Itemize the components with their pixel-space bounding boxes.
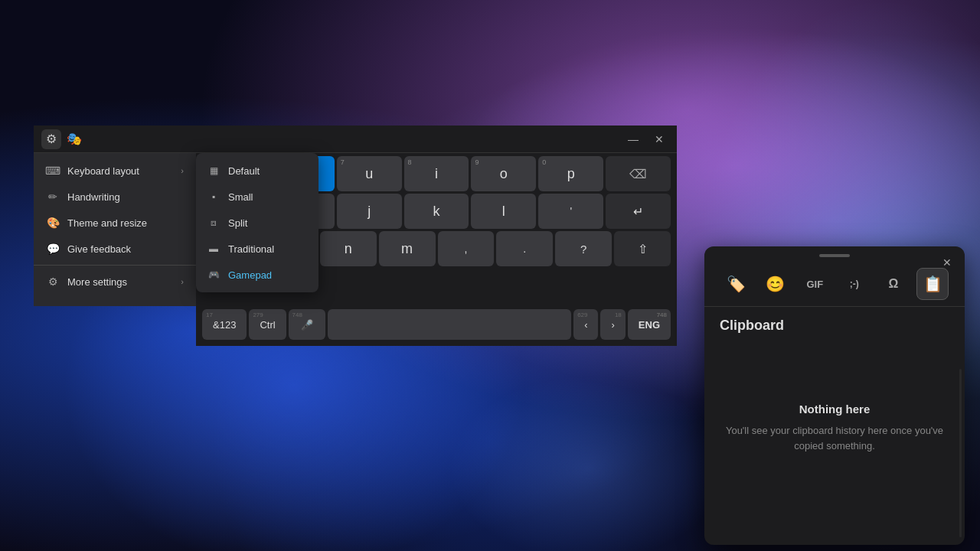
drag-bar — [819, 254, 850, 257]
key-mic[interactable]: 748 🎤 — [289, 309, 325, 340]
clipboard-tool-emoji[interactable]: 😊 — [760, 268, 792, 300]
clipboard-tool-symbols[interactable]: Ω — [877, 268, 910, 300]
key-left-arrow[interactable]: 629 ‹ — [573, 309, 598, 340]
key-enter[interactable]: ↵ — [606, 194, 671, 229]
clipboard-tool-gif[interactable]: GIF — [799, 268, 831, 300]
traditional-icon: ▬ — [207, 242, 220, 256]
key-u[interactable]: 7 u — [337, 156, 402, 191]
small-icon: ▪ — [207, 190, 220, 204]
menu-item-feedback[interactable]: 💬 Give feedback — [34, 236, 196, 262]
default-icon: ▦ — [207, 164, 220, 178]
key-m[interactable]: m — [379, 231, 436, 266]
menu-divider — [34, 265, 196, 266]
theme-label: Theme and resize — [67, 217, 147, 229]
split-icon: ⧈ — [207, 216, 220, 230]
submenu-split[interactable]: ⧈ Split — [196, 210, 318, 236]
gamepad-icon: 🎮 — [207, 268, 220, 282]
clipboard-tool-kaomoji[interactable]: ;-) — [838, 268, 871, 300]
menu-item-keyboard-layout[interactable]: ⌨ Keyboard layout › ▦ Default ▪ Small ⧈ — [34, 158, 196, 184]
key-sym[interactable]: 17 &123 — [202, 309, 247, 340]
key-n[interactable]: n — [320, 231, 377, 266]
submenu-small[interactable]: ▪ Small — [196, 184, 318, 210]
key-l[interactable]: l — [471, 194, 536, 229]
clipboard-close-button[interactable]: ✕ — [939, 254, 956, 271]
clipboard-tool-sticker[interactable]: 🏷️ — [720, 268, 753, 300]
feedback-label: Give feedback — [67, 243, 131, 255]
emoji-icon[interactable]: 🎭 — [64, 129, 84, 149]
menu-item-theme[interactable]: 🎨 Theme and resize — [34, 210, 196, 236]
more-settings-chevron: › — [181, 277, 184, 286]
menu-item-more-settings[interactable]: ⚙ More settings › — [34, 269, 196, 295]
key-j[interactable]: j — [337, 194, 402, 229]
bottom-row: 17 &123 279 Ctrl 748 🎤 629 ‹ 18 › 748 EN… — [196, 306, 677, 346]
submenu-default[interactable]: ▦ Default — [196, 158, 318, 184]
key-question[interactable]: ? — [555, 231, 612, 266]
key-o[interactable]: 9 o — [471, 156, 536, 191]
clipboard-empty-title: Nothing here — [799, 403, 871, 416]
submenu-traditional[interactable]: ▬ Traditional — [196, 236, 318, 262]
key-p[interactable]: 0 p — [538, 156, 603, 191]
clipboard-title: Clipboard — [704, 307, 965, 340]
keyboard-header: ⚙ 🎭 — ✕ — [34, 126, 677, 153]
keyboard-layout-label: Keyboard layout — [67, 165, 139, 177]
key-k[interactable]: k — [404, 194, 469, 229]
key-lang[interactable]: 748 ENG — [628, 309, 671, 340]
close-button[interactable]: ✕ — [649, 129, 669, 149]
key-shift-right[interactable]: ⇧ — [614, 231, 671, 266]
clipboard-tool-clipboard[interactable]: 📋 — [916, 268, 949, 300]
chevron-icon: › — [181, 166, 184, 175]
key-backspace[interactable]: ⌫ — [606, 156, 671, 191]
key-space[interactable] — [328, 309, 572, 340]
key-right-arrow[interactable]: 18 › — [600, 309, 625, 340]
theme-icon: 🎨 — [46, 216, 60, 230]
clipboard-panel: ✕ 🏷️ 😊 GIF ;-) Ω 📋 Clipboard Nothing her… — [704, 246, 965, 545]
key-apostrophe[interactable]: ' — [538, 194, 603, 229]
submenu-gamepad[interactable]: 🎮 Gamepad — [196, 262, 318, 288]
clipboard-toolbar: 🏷️ 😊 GIF ;-) Ω 📋 — [704, 262, 965, 307]
left-menu: ⌨ Keyboard layout › ▦ Default ▪ Small ⧈ — [34, 153, 196, 306]
minimize-button[interactable]: — — [623, 129, 643, 149]
handwriting-label: Handwriting — [67, 191, 120, 203]
clipboard-empty-state: Nothing here You'll see your clipboard h… — [704, 340, 965, 516]
key-ctrl[interactable]: 279 Ctrl — [249, 309, 286, 340]
more-settings-icon: ⚙ — [46, 275, 60, 289]
key-period[interactable]: . — [496, 231, 553, 266]
settings-icon[interactable]: ⚙ — [41, 129, 61, 149]
menu-item-handwriting[interactable]: ✏ Handwriting — [34, 184, 196, 210]
key-i[interactable]: 8 i — [404, 156, 469, 191]
layout-submenu: ▦ Default ▪ Small ⧈ Split ▬ Traditional — [196, 153, 318, 292]
keyboard-layout-icon: ⌨ — [46, 164, 60, 178]
clipboard-empty-description: You'll see your clipboard history here o… — [720, 423, 949, 453]
drag-handle[interactable] — [704, 246, 965, 262]
more-settings-label: More settings — [67, 276, 127, 288]
header-right-icons: — ✕ — [623, 129, 669, 149]
feedback-icon: 💬 — [46, 242, 60, 256]
key-comma[interactable]: , — [438, 231, 495, 266]
keyboard-panel: ⚙ 🎭 — ✕ ⌨ Keyboard layout › ▦ Default — [34, 126, 677, 346]
handwriting-icon: ✏ — [46, 190, 60, 204]
